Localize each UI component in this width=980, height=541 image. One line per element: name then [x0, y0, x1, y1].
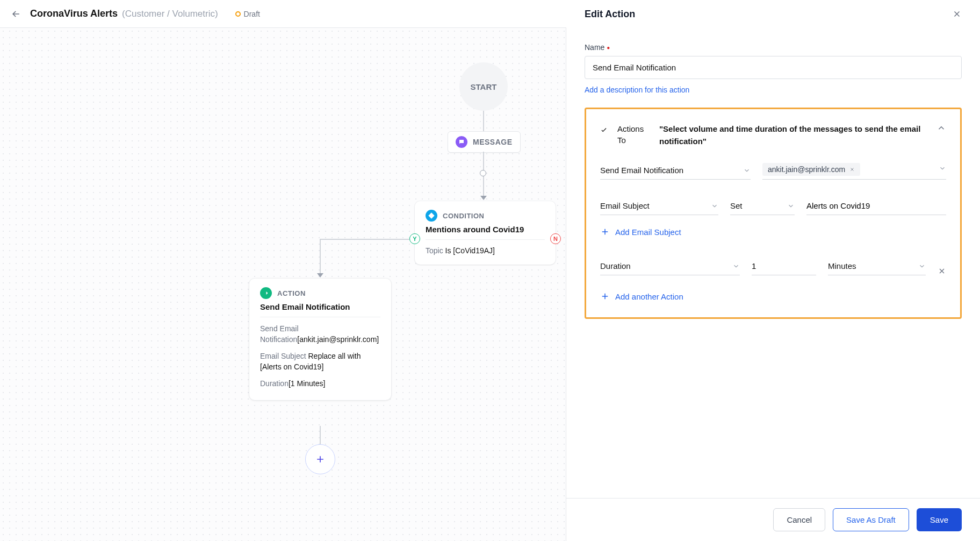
- condition-icon: [426, 210, 437, 222]
- action-line-3: Duration[1 Minutes]: [260, 379, 380, 389]
- add-another-action-link[interactable]: Add another Action: [600, 291, 946, 301]
- page-title-text: CoronaVirus Alerts: [30, 8, 118, 19]
- add-email-subject-link[interactable]: Add Email Subject: [600, 227, 946, 237]
- email-subject-field-select[interactable]: Email Subject: [600, 198, 718, 215]
- app-header: CoronaVirus Alerts (Customer / Volumetri…: [0, 0, 980, 28]
- connector-line: [320, 239, 409, 240]
- connector-line: [320, 426, 321, 444]
- status-text: Draft: [244, 10, 260, 18]
- condition-field-label: Topic: [426, 246, 443, 255]
- plus-icon: [600, 291, 610, 301]
- condition-field-value: Is [CoVid19AJ]: [445, 246, 495, 255]
- plus-icon: [600, 227, 610, 237]
- connector-dot-icon: [480, 170, 486, 176]
- action-type-select[interactable]: Send Email Notification: [600, 162, 751, 180]
- condition-title: Mentions around Covid19: [426, 225, 545, 234]
- panel-header: Edit Action: [566, 0, 980, 28]
- status-dot-icon: [235, 11, 241, 17]
- close-icon[interactable]: [952, 9, 962, 19]
- actions-to-label-1: Actions: [617, 124, 644, 133]
- duration-value-input[interactable]: [752, 258, 816, 275]
- action-title: Send Email Notification: [260, 302, 380, 311]
- chevron-down-icon: [711, 202, 718, 210]
- chevron-up-icon[interactable]: [936, 123, 946, 133]
- condition-detail: Topic Is [CoVid19AJ]: [426, 246, 545, 255]
- chevron-down-icon: [918, 262, 926, 270]
- action-config-section: Actions To "Select volume and time durat…: [585, 108, 962, 319]
- chevron-down-icon: [732, 262, 740, 270]
- start-label: START: [471, 82, 497, 91]
- actions-to-label-2: To: [617, 136, 626, 145]
- condition-node[interactable]: CONDITION Mentions around Covid19 Topic …: [415, 201, 556, 265]
- check-icon: [600, 126, 608, 134]
- save-button[interactable]: Save: [917, 508, 962, 531]
- chevron-down-icon: [743, 167, 751, 174]
- required-star-icon: ●: [607, 45, 610, 51]
- duration-unit-select[interactable]: Minutes: [828, 258, 926, 275]
- arrow-down-icon: [480, 196, 487, 200]
- add-node-button[interactable]: [305, 444, 335, 474]
- save-as-draft-button[interactable]: Save As Draft: [833, 508, 909, 531]
- message-icon: [456, 136, 467, 148]
- no-badge[interactable]: N: [550, 233, 561, 244]
- chip-remove-icon[interactable]: [849, 165, 855, 174]
- add-description-link[interactable]: Add a description for this action: [585, 86, 689, 94]
- chevron-down-icon: [939, 165, 946, 174]
- action-node[interactable]: ACTION Send Email Notification Send Emai…: [249, 279, 391, 400]
- connector-line: [483, 111, 484, 131]
- page-title: CoronaVirus Alerts (Customer / Volumetri…: [30, 8, 218, 19]
- action-icon: [260, 287, 272, 299]
- back-arrow-icon[interactable]: [11, 9, 21, 19]
- remove-row-icon[interactable]: [938, 267, 946, 275]
- edit-panel: Name ● Add a description for this action…: [566, 28, 980, 541]
- email-subject-op-select[interactable]: Set: [730, 198, 795, 215]
- panel-title: Edit Action: [585, 9, 635, 20]
- cancel-button[interactable]: Cancel: [773, 508, 825, 531]
- chevron-down-icon: [787, 202, 795, 210]
- action-line-1: Send Email Notification[ankit.jain@sprin…: [260, 324, 380, 345]
- recipients-field[interactable]: ankit.jain@sprinklr.com: [762, 163, 946, 180]
- name-input[interactable]: [585, 56, 962, 79]
- start-node[interactable]: START: [459, 62, 508, 111]
- duration-field-select[interactable]: Duration: [600, 258, 740, 275]
- recipient-chip: ankit.jain@sprinklr.com: [762, 163, 860, 176]
- email-subject-value-input[interactable]: [806, 198, 946, 215]
- connector-line: [320, 239, 321, 273]
- condition-tag: CONDITION: [443, 212, 484, 220]
- actions-to-description: "Select volume and time duration of the …: [659, 123, 927, 147]
- status-badge: Draft: [235, 10, 260, 18]
- yes-badge[interactable]: Y: [409, 233, 420, 244]
- page-subtitle: (Customer / Volumetric): [122, 9, 218, 19]
- flow-canvas[interactable]: START MESSAGE CONDITION Menti: [0, 28, 566, 541]
- action-line-2: Email Subject Replace all with [Alerts o…: [260, 351, 380, 372]
- panel-footer: Cancel Save As Draft Save: [566, 498, 980, 541]
- message-node[interactable]: MESSAGE: [448, 131, 521, 153]
- message-label: MESSAGE: [473, 138, 513, 146]
- action-tag: ACTION: [277, 289, 306, 297]
- arrow-down-icon: [317, 273, 323, 277]
- name-label: Name ●: [585, 43, 962, 52]
